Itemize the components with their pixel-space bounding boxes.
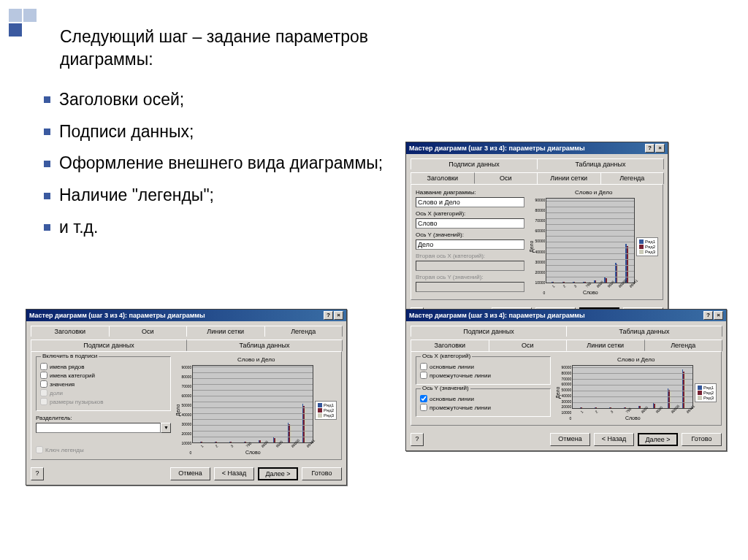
next-button[interactable]: Далее > [258,467,298,480]
preview-chart-title: Слово и Дело [175,356,337,363]
preview-x-label: Слово [572,415,693,421]
check-y-major[interactable]: основные линии [420,395,546,402]
list-item: Подписи данных; [44,116,387,148]
tab-axes[interactable]: Оси [489,340,568,351]
tab-legend[interactable]: Легенда [644,340,723,351]
y2-axis-input [416,282,524,292]
group-include-labels: Включить в подписи [41,353,99,359]
preview-legend: Ряд1Ряд2Ряд3 [636,237,658,256]
chart-wizard-dialog-data-labels: Мастер диаграмм (шаг 3 из 4): параметры … [26,309,347,486]
slide-list: Заголовки осей; Подписи данных; Оформлен… [44,84,387,243]
dialog-title: Мастер диаграмм (шаг 3 из 4): параметры … [409,145,585,152]
back-button[interactable]: < Назад [594,433,634,446]
check-x-major[interactable]: основные линии [420,363,546,370]
check-legend-key: Ключ легенды [36,446,171,453]
check-category-names[interactable]: имена категорий [40,372,167,379]
tab-data-table[interactable]: Таблица данных [186,340,343,351]
close-button[interactable]: × [334,311,343,320]
preview-y-label: Дело [555,365,560,421]
chart-wizard-dialog-gridlines: Мастер диаграмм (шаг 3 из 4): параметры … [405,309,727,451]
preview-y-label: Дело [529,198,534,295]
preview-plot [572,365,693,409]
y2-axis-label: Вторая ось Y (значений): [416,274,524,280]
preview-legend: Ряд1Ряд2Ряд3 [695,383,717,402]
tab-legend[interactable]: Легенда [600,172,665,184]
chevron-down-icon[interactable]: ▼ [161,423,171,433]
preview-x-label: Слово [192,450,313,455]
chart-preview: Слово и Дело Дело 9000080000700006000050… [555,356,717,421]
preview-plot [546,198,635,283]
dialog-titlebar[interactable]: Мастер диаграмм (шаг 3 из 4): параметры … [406,310,726,321]
close-button[interactable]: × [655,144,665,153]
tab-data-table[interactable]: Таблица данных [566,326,722,337]
chart-wizard-dialog-titles: Мастер диаграмм (шаг 3 из 4): параметры … [405,142,668,326]
back-button[interactable]: < Назад [214,467,254,480]
tab-data-labels[interactable]: Подписи данных [411,158,538,169]
help-button[interactable]: ? [645,144,654,153]
tab-data-labels[interactable]: Подписи данных [31,340,187,351]
check-x-minor[interactable]: промежуточные линии [420,372,546,379]
check-series-names[interactable]: имена рядов [40,363,167,370]
tab-gridlines[interactable]: Линии сетки [186,326,265,337]
tab-titles[interactable]: Заголовки [31,326,110,337]
chart-preview: Слово и Дело Дело 9000080000700006000050… [529,189,658,295]
chart-title-input[interactable] [416,197,524,207]
preview-x-label: Слово [546,290,635,295]
dialog-titlebar[interactable]: Мастер диаграмм (шаг 3 из 4): параметры … [406,142,668,154]
separator-combo[interactable]: ▼ [36,423,171,433]
help-button[interactable]: ? [703,311,713,320]
slide-text-block: Следующий шаг – задание параметров диагр… [44,26,387,244]
tab-axes[interactable]: Оси [474,172,538,184]
preview-legend: Ряд1Ряд2Ряд3 [315,401,337,420]
dialog-help-icon[interactable]: ? [31,467,44,480]
check-y-minor[interactable]: промежуточные линии [420,404,546,411]
tab-data-table[interactable]: Таблица данных [537,158,664,169]
preview-y-label: Дело [175,365,180,455]
help-button[interactable]: ? [324,311,333,320]
preview-y-ticks: 9000080000700006000050000400003000020000… [535,198,546,295]
close-button[interactable]: × [714,311,723,320]
dialog-titlebar[interactable]: Мастер диаграмм (шаг 3 из 4): параметры … [26,310,346,321]
group-y-axis: Ось Y (значений) [421,385,470,391]
slide-heading: Следующий шаг – задание параметров диагр… [60,26,387,71]
chart-preview: Слово и Дело Дело 9000080000700006000050… [175,356,337,455]
y-axis-input[interactable] [416,239,524,250]
y-axis-label: Ось Y (значений): [416,231,524,238]
preview-chart-title: Слово и Дело [529,189,658,196]
preview-plot [192,365,313,443]
preview-x-ticks: 123790800090008000089441 [192,443,313,448]
dialog-help-icon[interactable]: ? [411,433,424,446]
preview-chart-title: Слово и Дело [555,356,717,363]
tab-gridlines[interactable]: Линии сетки [566,340,645,351]
dialog-title: Мастер диаграмм (шаг 3 из 4): параметры … [29,312,205,319]
tab-titles[interactable]: Заголовки [411,172,475,184]
list-item: Наличие "легенды"; [44,180,387,212]
tab-gridlines[interactable]: Линии сетки [537,172,601,184]
preview-y-ticks: 9000080000700006000050000400003000020000… [561,365,572,421]
ready-button[interactable]: Готово [682,433,722,446]
list-item: Оформление внешнего вида диаграммы; [44,147,387,180]
tab-titles[interactable]: Заголовки [411,340,489,351]
ready-button[interactable]: Готово [302,467,342,480]
x2-axis-label: Вторая ось X (категорий): [416,253,524,259]
cancel-button[interactable]: Отмена [170,467,210,480]
dialog-title: Мастер диаграмм (шаг 3 из 4): параметры … [409,312,585,319]
check-values[interactable]: значения [40,380,167,388]
cancel-button[interactable]: Отмена [550,433,590,446]
preview-y-ticks: 9000080000700006000050000400003000020000… [181,365,192,455]
next-button[interactable]: Далее > [638,433,678,446]
slide-decoration [9,9,37,37]
check-percentages: доли [40,389,167,396]
x-axis-label: Ось X (категорий): [416,210,524,217]
tab-legend[interactable]: Легенда [264,326,343,337]
x2-axis-input [416,261,524,271]
tab-data-labels[interactable]: Подписи данных [411,326,567,337]
chart-title-label: Название диаграммы: [416,189,524,196]
preview-x-ticks: 123790800090008000089441 [572,409,693,413]
separator-label: Разделитель: [36,415,171,421]
tab-axes[interactable]: Оси [109,326,188,337]
group-x-axis: Ось X (категорий) [421,353,472,359]
x-axis-input[interactable] [416,218,524,229]
preview-x-ticks: 123790800090008000089441 [546,283,635,288]
list-item: Заголовки осей; [44,84,387,116]
